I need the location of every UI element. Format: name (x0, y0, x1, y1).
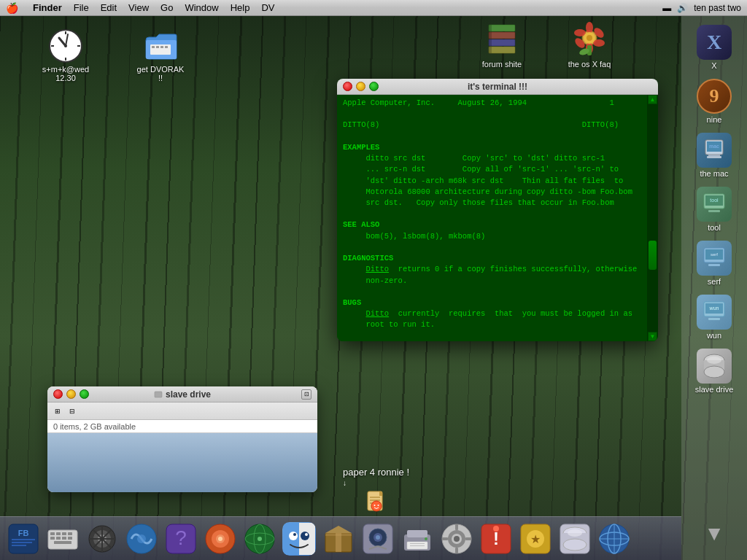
sidebar-item-nine[interactable]: 9 nine (685, 76, 743, 127)
svg-point-136 (563, 539, 587, 551)
terminal-scrollbar[interactable]: ▲ ▼ (647, 95, 658, 341)
svg-text:serf: serf (711, 252, 718, 257)
svg-rect-70 (56, 532, 61, 535)
sidebar-scroll-arrow[interactable]: ▼ (704, 522, 724, 545)
paper-annotation: paper 4 ronnie ! ↓ (343, 467, 409, 513)
dock-icon-squiggle[interactable] (123, 520, 160, 558)
terminal-close-button[interactable] (343, 82, 352, 91)
svg-point-100 (301, 532, 309, 540)
slave-minimize-button[interactable] (66, 389, 76, 399)
dock-icon-disk[interactable] (556, 520, 594, 558)
slave-toolbar-btn2[interactable]: ⊟ (66, 405, 78, 417)
scroll-up-arrow[interactable]: ▲ (648, 95, 657, 104)
sidebar-item-wun[interactable]: wun wun (685, 292, 743, 343)
term-blank4 (343, 242, 641, 253)
slave-maximize-button[interactable]: ⊡ (301, 389, 311, 400)
svg-point-61 (374, 505, 375, 506)
menubar: 🍎 Finder File Edit View Go Window Help D… (0, 0, 747, 16)
dock-icon-internet[interactable] (595, 520, 633, 558)
svg-rect-71 (62, 532, 66, 535)
term-diag2: non-zero. (343, 276, 641, 287)
menu-help[interactable]: Help (225, 2, 256, 13)
menu-go[interactable]: Go (155, 2, 179, 13)
dock: FB (0, 516, 681, 560)
slave-drive-window[interactable]: slave drive ⊡ ⊞ ⊟ 0 items, 2 GB availabl… (47, 386, 317, 492)
dock-icon-gold[interactable]: ★ (516, 520, 554, 558)
sidebar-item-the-mac[interactable]: mac the mac (685, 130, 743, 181)
term-ditto-link2: Ditto (366, 309, 390, 318)
desktop-icon-clock[interactable]: s+m+k@wed 12.30 (36, 26, 95, 85)
term-examples-header: EXAMPLES (343, 142, 641, 153)
menu-dv[interactable]: DV (255, 2, 280, 13)
dock-icon-package[interactable] (320, 520, 357, 558)
dock-icon-finder[interactable] (280, 520, 318, 558)
menu-finder[interactable]: Finder (27, 2, 68, 13)
desktop-icon-dvorak[interactable]: get DVORAK !! (131, 26, 190, 85)
svg-point-122 (454, 536, 460, 542)
scroll-thumb[interactable] (649, 241, 657, 270)
terminal-minimize-button[interactable] (356, 82, 365, 91)
term-line-blank2 (343, 131, 641, 142)
sidebar-item-x[interactable]: X X (685, 22, 743, 73)
slave-close-button[interactable] (53, 389, 63, 399)
svg-rect-35 (489, 25, 515, 31)
sidebar-label-nine: nine (707, 115, 722, 124)
printer-icon-svg (401, 523, 433, 555)
dock-icon-syspref[interactable] (438, 520, 476, 558)
term-ex3: 'dst' ditto -arch m68k src dst Thin all … (343, 176, 641, 187)
apple-menu[interactable]: 🍎 (6, 2, 18, 14)
sidebar-label-wun: wun (707, 331, 721, 340)
terminal-content[interactable]: Apple Computer, Inc. August 26, 1994 1 D… (337, 95, 647, 341)
dvorak-label: get DVORAK !! (134, 65, 187, 82)
menu-edit[interactable]: Edit (95, 2, 123, 13)
scroll-down-arrow[interactable]: ▼ (648, 332, 657, 341)
purple-icon-svg: ? (165, 523, 197, 555)
slave-toolbar-btn1[interactable]: ⊞ (52, 405, 63, 417)
sidebar-label-the-mac: the mac (700, 169, 728, 178)
clock-svg (48, 28, 83, 63)
terminal-zoom-button[interactable] (369, 82, 379, 91)
speaker-icon[interactable]: 🔊 (677, 3, 688, 13)
dock-icon-printer[interactable] (398, 520, 436, 558)
right-sidebar: X X 9 nine mac the mac (681, 16, 747, 560)
osx-faq-svg (572, 22, 607, 60)
dock-icon-fb[interactable]: FB (4, 520, 42, 558)
sidebar-label-slave-drive: slave drive (695, 385, 734, 394)
desktop-icon-osx-faq[interactable]: the os X faq (560, 20, 619, 71)
term-bugs2: root to run it. (343, 319, 641, 330)
desktop-icon-forum[interactable]: forum shite (473, 20, 531, 71)
term-ditto-link1: Ditto (366, 265, 390, 273)
svg-rect-37 (489, 39, 515, 46)
menu-view[interactable]: View (123, 2, 155, 13)
svg-rect-66 (12, 542, 32, 543)
svg-rect-65 (12, 539, 35, 540)
dock-icon-globe-green[interactable] (241, 520, 279, 558)
term-diag-header: DIAGNOSTICS (343, 253, 641, 264)
slave-zoom-button[interactable] (80, 389, 89, 399)
sidebar-item-tool[interactable]: tool tool (685, 184, 743, 235)
dock-icon-spiky[interactable] (83, 520, 121, 558)
terminal-window[interactable]: it's terminal !!! ▲ ▼ Apple Computer, In… (337, 79, 658, 341)
svg-text:tool: tool (710, 198, 719, 203)
svg-rect-106 (325, 533, 352, 536)
paper-icon-svg[interactable] (365, 490, 388, 513)
dock-icon-telescope[interactable] (359, 520, 397, 558)
svg-point-49 (574, 29, 586, 36)
dock-icon-orange[interactable] (201, 520, 239, 558)
sidebar-item-slave-drive[interactable]: slave drive (685, 346, 743, 397)
term-line-ditto: DITTO(8) DITTO(8) (343, 120, 641, 131)
dock-icon-keyboard[interactable] (44, 520, 82, 558)
svg-text:wun: wun (709, 306, 719, 311)
svg-point-99 (289, 532, 298, 540)
sidebar-label-tool: tool (708, 223, 721, 232)
menu-window[interactable]: Window (179, 2, 224, 13)
menu-file[interactable]: File (68, 2, 95, 13)
sidebar-item-serf[interactable]: serf serf (685, 238, 743, 289)
term-blank3 (343, 209, 641, 219)
scroll-track[interactable] (648, 104, 657, 332)
forum-svg (484, 19, 519, 63)
svg-rect-124 (455, 548, 458, 553)
dock-icon-alert[interactable]: ! (477, 520, 515, 558)
dock-icon-purple[interactable]: ? (162, 520, 200, 558)
slave-body (47, 433, 317, 492)
